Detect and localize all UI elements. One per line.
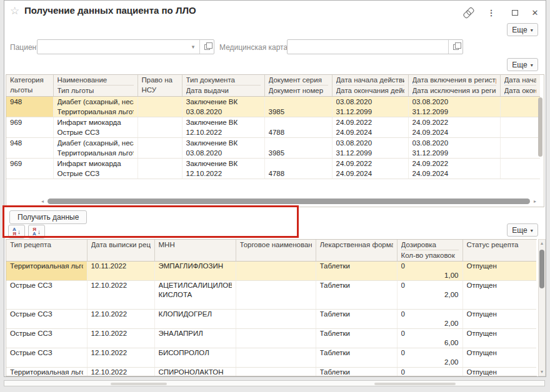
- column-header[interactable]: ДозировкаКол-во упаковок: [397, 240, 462, 262]
- vertical-scrollbar[interactable]: ▴ ▾: [538, 239, 546, 376]
- cell: Острые ССЗ: [6, 281, 87, 310]
- cell-line: 12.10.2022: [186, 127, 261, 137]
- scroll-down-icon[interactable]: ▾: [538, 368, 546, 376]
- kebab-menu-icon[interactable]: ⋮: [486, 7, 497, 17]
- cell-line: Территориальная льгота: [10, 368, 83, 376]
- cell-line: [240, 329, 312, 338]
- cell-line: 0: [401, 310, 459, 319]
- column-header[interactable]: Статус рецепта: [462, 240, 536, 262]
- maximize-icon[interactable]: [509, 7, 521, 17]
- medical-card-input[interactable]: [288, 40, 448, 54]
- horizontal-scrollbar[interactable]: ◂ ▸: [39, 198, 539, 205]
- dropdown-arrow-icon[interactable]: ▾: [187, 40, 199, 54]
- scrollbar-thumb[interactable]: [538, 97, 542, 157]
- cell-line: [10, 319, 83, 328]
- column-header[interactable]: Дата выписки рецепта: [87, 240, 154, 262]
- column-header[interactable]: Лекарственная форма: [316, 240, 397, 262]
- scroll-up-icon[interactable]: ▴: [538, 240, 546, 247]
- cell-line: 03.08.2020: [336, 97, 404, 107]
- cell-line: 2,00: [401, 358, 459, 367]
- patient-input[interactable]: [38, 40, 187, 54]
- cell-line: 31.12.2099: [412, 107, 496, 117]
- cell-line: Отпущен: [467, 262, 533, 271]
- column-header[interactable]: Торговое наименование: [236, 240, 316, 262]
- link-icon[interactable]: [462, 7, 473, 17]
- column-header-label: Наименование: [58, 75, 134, 86]
- cell: 948: [6, 138, 53, 159]
- more-button-top[interactable]: Еще ▾: [507, 23, 538, 36]
- column-header[interactable]: НаименованиеТип льготы: [53, 75, 138, 97]
- cell: 12.10.2022: [87, 310, 154, 329]
- table-row[interactable]: Острые ССЗ12.10.2022АЦЕТИЛСАЛИЦИЛОВАЯ КИ…: [6, 281, 536, 310]
- cell-line: 24.09.2024: [412, 169, 496, 179]
- scrollbar-thumb[interactable]: [539, 250, 544, 288]
- table-row[interactable]: 948Диабет (сахарный, несаха..Территориал…: [6, 97, 540, 117]
- cell-line: [142, 97, 178, 107]
- column-header[interactable]: Документ серияДокумент номер: [264, 75, 332, 97]
- sort-ascending-button[interactable]: А Я ↓: [8, 225, 25, 238]
- cell-line: 2,00: [401, 290, 459, 300]
- cell-line: [91, 271, 151, 280]
- favorite-star-icon[interactable]: ☆: [10, 4, 19, 17]
- open-picker-icon[interactable]: [448, 40, 462, 54]
- open-picker-icon[interactable]: [199, 40, 214, 54]
- column-header[interactable]: Тип документаДата выдачи: [182, 75, 264, 97]
- table-row[interactable]: 969Инфаркт миокардаОстрые ССЗЗаключение …: [6, 117, 540, 138]
- cell-line: [504, 159, 537, 169]
- cell-line: [159, 271, 232, 280]
- cell-line: 24.09.2022: [412, 117, 496, 127]
- more-button-benefits[interactable]: Еще ▾: [507, 58, 538, 71]
- table-row[interactable]: Острые ССЗ12.10.2022ЭНАЛАПРИЛТаблетки06,…: [6, 329, 536, 348]
- cell-line: 4788: [269, 169, 328, 179]
- table-row[interactable]: 948Диабет (сахарный, несаха..Территориал…: [6, 138, 540, 159]
- cell-line: [504, 148, 537, 158]
- cell: 3985: [264, 138, 332, 159]
- cell: [500, 117, 540, 138]
- column-header-label: Дата исключения из регистра: [412, 86, 496, 96]
- column-header[interactable]: МНН: [154, 240, 236, 262]
- cell-line: Таблетки: [320, 368, 393, 376]
- cell-line: [10, 107, 49, 117]
- table-row[interactable]: Острые ССЗ12.10.2022БИСОПРОЛОЛТаблетки02…: [6, 348, 536, 368]
- column-header-label: Кол-во упаковок: [401, 250, 459, 261]
- cell: 03.08.202031.12.2099: [332, 97, 408, 117]
- get-data-button[interactable]: Получить данные: [9, 210, 87, 224]
- column-header-label: Дата включения в регистр: [412, 75, 496, 86]
- cell-line: [467, 290, 533, 300]
- vertical-scrollbar[interactable]: [538, 97, 542, 203]
- sort-descending-button[interactable]: Я А ↓: [28, 225, 45, 238]
- column-header[interactable]: Дата началаДата оконча: [500, 75, 540, 97]
- cell-line: Диабет (сахарный, несаха..: [58, 138, 134, 148]
- background-window-fragment: [4, 380, 545, 386]
- cell-line: Таблетки: [320, 281, 393, 290]
- cell-line: 3985: [269, 148, 328, 158]
- cell-line: 31.12.2099: [336, 107, 404, 117]
- column-header[interactable]: Право на НСУ: [138, 75, 182, 97]
- cell-line: Таблетки: [320, 329, 393, 338]
- scroll-left-icon[interactable]: ◂: [39, 198, 46, 205]
- table-row[interactable]: Территориальная льгота10.11.2022ЭМПАГЛИФ…: [6, 262, 536, 281]
- cell: 03.08.202031.12.2099: [408, 138, 500, 159]
- column-header-label: Дозировка: [401, 240, 459, 250]
- column-header[interactable]: Дата включения в регистрДата исключения …: [408, 75, 500, 97]
- scrollbar-thumb[interactable]: [48, 198, 530, 204]
- column-header[interactable]: Категория льготы: [6, 75, 53, 97]
- cell-line: Острые ССЗ: [58, 169, 134, 179]
- cell-line: 03.08.2020: [186, 107, 261, 117]
- column-header-label: Торговое наименование: [240, 240, 312, 261]
- cell-line: ЭМПАГЛИФЛОЗИН: [159, 262, 232, 271]
- close-icon[interactable]: ✕: [529, 7, 541, 17]
- table-row[interactable]: Острые ССЗ12.10.2022КЛОПИДОГРЕЛТаблетки0…: [6, 310, 536, 329]
- cell-line: [91, 319, 151, 328]
- column-header[interactable]: Тип рецепта: [6, 240, 87, 262]
- blurred-text-fragment: [111, 383, 167, 385]
- scroll-right-icon[interactable]: ▸: [531, 198, 539, 205]
- table-row[interactable]: Территориальная льгота12.10.2022СПИРОНОЛ…: [6, 368, 536, 377]
- column-header-label: Тип рецепта: [10, 240, 83, 261]
- cell-line: [10, 290, 83, 300]
- cell: АЦЕТИЛСАЛИЦИЛОВАЯ КИСЛОТА: [154, 281, 236, 310]
- cell: Диабет (сахарный, несаха..Территориальна…: [53, 97, 138, 117]
- column-header[interactable]: Дата начала действияДата окончания дейст…: [332, 75, 408, 97]
- more-button-prescriptions[interactable]: Еще ▾: [507, 223, 538, 237]
- table-row[interactable]: 969Инфаркт миокардаОстрые ССЗЗаключение …: [6, 159, 540, 179]
